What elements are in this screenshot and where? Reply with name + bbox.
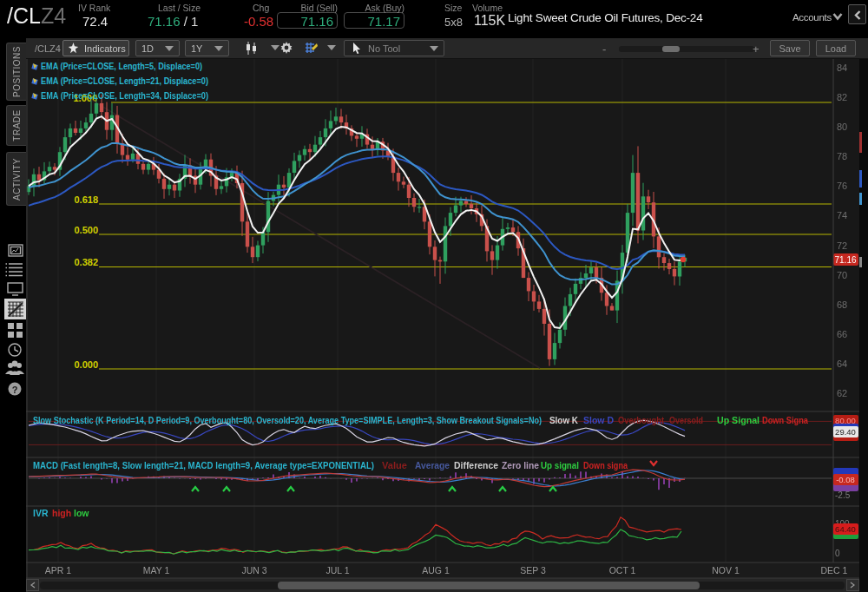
- svg-text:OCT 1: OCT 1: [609, 565, 636, 576]
- svg-text:DEC 1: DEC 1: [821, 565, 848, 576]
- svg-text:Average: Average: [415, 460, 450, 470]
- svg-text:Difference: Difference: [454, 460, 498, 470]
- svg-text:Value: Value: [382, 460, 407, 470]
- svg-text:62: 62: [837, 388, 847, 398]
- svg-text:SEP 3: SEP 3: [520, 565, 546, 576]
- svg-text:0.000: 0.000: [74, 359, 98, 370]
- svg-text:78: 78: [837, 151, 847, 161]
- svg-text:80.00: 80.00: [835, 416, 856, 425]
- svg-text:high: high: [52, 508, 71, 518]
- svg-text:29.40: 29.40: [835, 427, 856, 437]
- svg-text:64: 64: [837, 358, 847, 369]
- svg-text:66: 66: [837, 329, 847, 339]
- svg-text:-2.5: -2.5: [835, 490, 851, 500]
- svg-text:74: 74: [837, 210, 847, 220]
- svg-text:0.500: 0.500: [74, 225, 98, 235]
- svg-text:64.40: 64.40: [835, 524, 856, 534]
- svg-text:Up signal: Up signal: [541, 460, 579, 470]
- svg-text:Down signa: Down signa: [583, 460, 628, 470]
- svg-text:IVR: IVR: [33, 508, 49, 518]
- svg-text:Oversold: Oversold: [669, 415, 703, 425]
- svg-text:72: 72: [837, 240, 847, 251]
- svg-text:Slow Stochastic (K Period=14,: Slow Stochastic (K Period=14, D Period=9…: [33, 415, 542, 425]
- svg-text:low: low: [74, 508, 89, 518]
- svg-text:0.382: 0.382: [74, 257, 98, 267]
- svg-text:EMA (Price=CLOSE, Length=5, Di: EMA (Price=CLOSE, Length=5, Displace=0): [41, 61, 202, 71]
- svg-text:71.16: 71.16: [834, 255, 856, 265]
- svg-text:Overbought: Overbought: [618, 415, 664, 425]
- svg-text:JUN 3: JUN 3: [241, 565, 266, 576]
- svg-text:70: 70: [837, 270, 847, 280]
- svg-text:68: 68: [837, 299, 847, 310]
- svg-text:EMA (Price=CLOSE, Length=34, D: EMA (Price=CLOSE, Length=34, Displace=0): [41, 90, 208, 101]
- svg-text:JUL 1: JUL 1: [326, 565, 349, 576]
- svg-text:Zero line: Zero line: [502, 460, 539, 470]
- svg-text:0: 0: [835, 549, 840, 558]
- svg-text:AUG 1: AUG 1: [422, 565, 450, 576]
- svg-text:-0.08: -0.08: [836, 475, 855, 484]
- svg-text:EMA (Price=CLOSE, Length=21, D: EMA (Price=CLOSE, Length=21, Displace=0): [41, 76, 208, 86]
- svg-text:APR 1: APR 1: [45, 565, 72, 576]
- svg-text:Down Signa: Down Signa: [762, 415, 808, 425]
- svg-text:80: 80: [837, 122, 847, 132]
- svg-text:82: 82: [837, 92, 847, 102]
- svg-text:MAY 1: MAY 1: [143, 565, 170, 576]
- svg-text:Slow K: Slow K: [549, 415, 578, 425]
- svg-text:84: 84: [837, 62, 847, 73]
- svg-text:0.618: 0.618: [74, 194, 98, 205]
- svg-text:NOV 1: NOV 1: [712, 565, 740, 576]
- svg-text:76: 76: [837, 181, 847, 191]
- svg-text:?: ?: [12, 385, 18, 395]
- svg-text:Up Signal: Up Signal: [717, 415, 760, 425]
- svg-text:MACD (Fast length=8, Slow leng: MACD (Fast length=8, Slow length=21, MAC…: [33, 460, 374, 470]
- svg-text:Slow D: Slow D: [583, 415, 614, 425]
